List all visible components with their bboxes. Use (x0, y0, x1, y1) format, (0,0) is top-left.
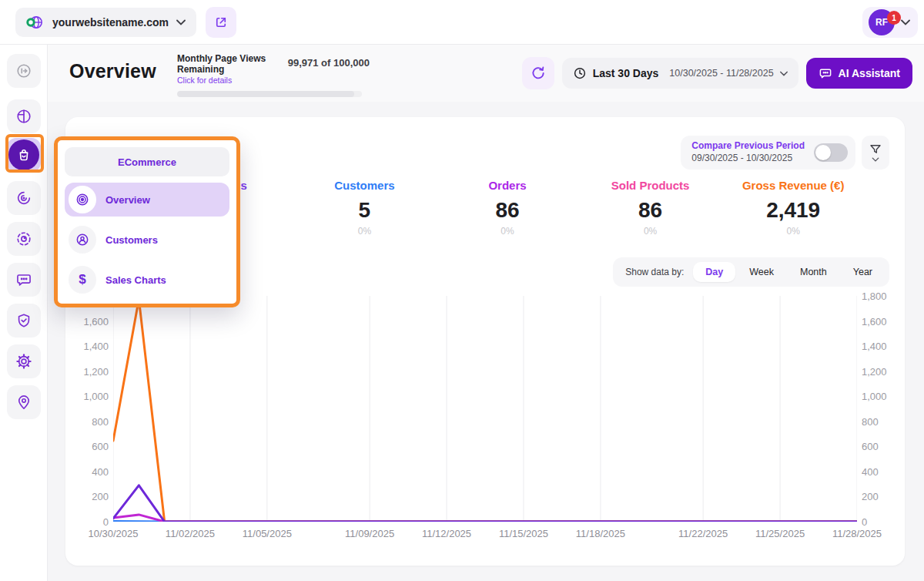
flyout-title: ECommerce (65, 147, 229, 176)
show-data-by-label: Show data by: (625, 267, 684, 277)
page-title: Overview (69, 60, 156, 82)
sidebar-item-locations[interactable] (7, 385, 41, 419)
metric-value: 86 (579, 198, 722, 223)
globe-icon (26, 14, 45, 31)
x-tick-label: 11/25/2025 (755, 528, 805, 539)
compare-dates: 09/30/2025 - 10/30/2025 (691, 153, 805, 165)
y-tick-label: 600 (92, 441, 109, 452)
chevron-down-icon (780, 71, 788, 76)
show-data-option-day[interactable]: Day (693, 262, 735, 282)
sidebar-item-recordings[interactable] (7, 222, 41, 256)
site-name: yourwebsitename.com (52, 16, 169, 29)
metric-orders: Orders860% (436, 179, 579, 237)
chart-plot-area (113, 296, 857, 522)
ai-chat-icon (819, 66, 832, 80)
sales-line-chart: 02004006008001,0001,2001,4001,6001,800 0… (76, 296, 894, 550)
chevron-down-icon (872, 157, 879, 162)
x-tick-label: 11/09/2025 (345, 528, 394, 539)
ai-assistant-button[interactable]: AI Assistant (806, 58, 912, 89)
date-range-selector[interactable]: Last 30 Days 10/30/2025 - 11/28/2025 (562, 58, 798, 89)
notification-badge: 1 (887, 11, 901, 25)
flyout-item-customers[interactable]: Customers (65, 223, 229, 257)
metric-customers: Customers50% (293, 179, 437, 237)
show-data-option-year[interactable]: Year (841, 262, 885, 282)
metric-gross-revenue: Gross Revenue (€)2,4190% (721, 179, 865, 237)
compare-toggle[interactable] (814, 143, 848, 162)
refresh-button[interactable] (522, 57, 554, 89)
y-tick-label: 400 (92, 465, 109, 477)
sidebar (0, 45, 48, 581)
sidebar-item-feedback[interactable] (7, 263, 41, 297)
privacy-shield-icon (15, 312, 32, 329)
pageviews-label: Monthly Page Views Remaining (177, 54, 283, 76)
chevron-down-icon (176, 19, 186, 25)
sidebar-item-analytics[interactable] (7, 99, 41, 133)
y-tick-label: 1,400 (83, 341, 109, 352)
sidebar-item-ecommerce[interactable] (7, 138, 41, 172)
filter-button[interactable] (862, 136, 889, 170)
session-recording-icon (15, 230, 32, 247)
metric-value: 5 (293, 198, 437, 223)
compare-label: Compare Previous Period (691, 140, 805, 153)
metric-label: Gross Revenue (€) (721, 179, 865, 192)
x-tick-label: 11/02/2025 (166, 528, 215, 539)
x-tick-label: 11/15/2025 (499, 528, 548, 539)
x-tick-label: 11/22/2025 (678, 528, 728, 539)
external-link-icon (214, 15, 228, 29)
range-label: Last 30 Days (593, 67, 659, 79)
metric-sold-products: Sold Products860% (579, 179, 722, 237)
analytics-icon (15, 108, 32, 125)
show-data-option-week[interactable]: Week (737, 262, 786, 282)
metric-value: 86 (436, 198, 579, 223)
range-dates: 10/30/2025 - 11/28/2025 (669, 68, 773, 79)
pageviews-quota: Monthly Page Views Remaining Click for d… (177, 54, 370, 97)
pageviews-value: 99,971 of 100,000 (288, 57, 370, 69)
feedback-chat-icon (15, 271, 32, 288)
site-selector[interactable]: yourwebsitename.com (15, 8, 196, 37)
sidebar-item-collapse[interactable] (7, 54, 41, 88)
dollar-icon: $ (69, 266, 96, 294)
main-content: Overview Monthly Page Views Remaining Cl… (48, 45, 924, 581)
sidebar-item-settings[interactable] (7, 344, 41, 378)
metric-delta: 0% (579, 226, 722, 237)
y-tick-label: 1,000 (83, 391, 109, 402)
y-tick-label: 400 (862, 465, 879, 477)
refresh-icon (531, 65, 546, 81)
flyout-item-sales-charts[interactable]: $Sales Charts (65, 263, 229, 297)
x-tick-label: 11/05/2025 (243, 528, 292, 539)
collapse-sidebar-icon (15, 62, 32, 79)
x-tick-label: 10/30/2025 (88, 528, 138, 539)
metrics-row: SessionsCustomers50%Orders860%Sold Produ… (150, 179, 865, 237)
y-tick-label: 1,600 (862, 315, 887, 327)
sidebar-item-privacy[interactable] (7, 304, 41, 338)
compare-previous-period: Compare Previous Period 09/30/2025 - 10/… (681, 136, 855, 170)
y-tick-label: 1,600 (83, 315, 109, 327)
flyout-item-overview[interactable]: Overview (65, 183, 229, 217)
show-data-by-control: Show data by: DayWeekMonthYear (613, 257, 889, 287)
flyout-item-label: Customers (105, 234, 158, 246)
settings-gear-icon (15, 353, 32, 370)
user-menu[interactable]: RF 1 (862, 7, 918, 38)
show-data-option-month[interactable]: Month (788, 262, 839, 282)
page-header: Overview Monthly Page Views Remaining Cl… (48, 45, 924, 102)
y-tick-label: 1,200 (862, 365, 887, 377)
person-icon (69, 226, 96, 254)
x-tick-label: 11/18/2025 (576, 528, 625, 539)
y-tick-label: 1,800 (862, 290, 887, 302)
pageviews-details-link[interactable]: Click for details (177, 76, 283, 85)
y-tick-label: 800 (92, 415, 109, 427)
open-site-button[interactable] (206, 7, 236, 38)
location-pin-icon (15, 394, 32, 411)
behavior-spiral-icon (15, 190, 32, 207)
y-tick-label: 0 (103, 516, 109, 528)
y-tick-label: 1,200 (83, 365, 109, 377)
y-tick-label: 600 (862, 441, 879, 452)
sidebar-item-behavior[interactable] (7, 181, 41, 215)
metric-label: Orders (436, 179, 579, 192)
ecommerce-flyout-menu: ECommerce OverviewCustomers$Sales Charts (54, 136, 240, 307)
y-tick-label: 200 (862, 491, 879, 502)
y-axis-right: 02004006008001,0001,2001,4001,6001,800 (857, 296, 894, 522)
metric-value: 2,419 (721, 198, 865, 223)
ecommerce-bag-icon (16, 147, 32, 163)
y-tick-label: 800 (862, 415, 879, 427)
